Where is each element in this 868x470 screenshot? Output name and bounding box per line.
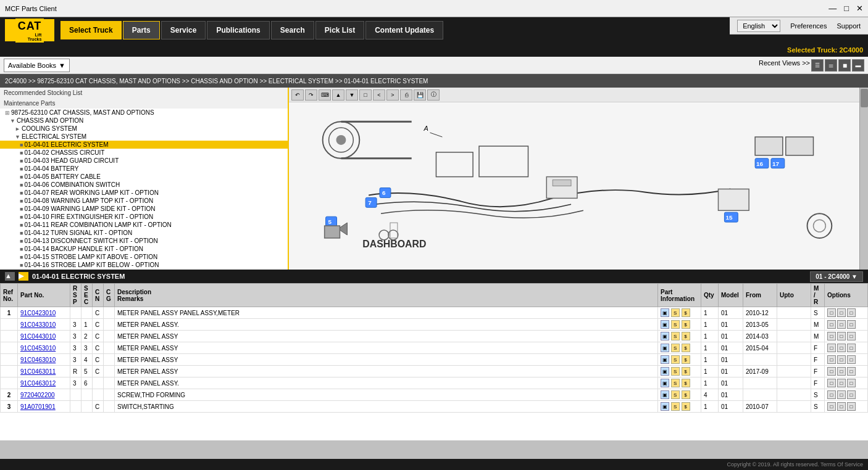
info-icon-dollar[interactable]: $ bbox=[682, 355, 690, 364]
info-icon-blue[interactable]: ▣ bbox=[661, 390, 669, 399]
recommended-stocking-item[interactable]: Recommended Stocking List bbox=[0, 88, 288, 98]
cell-part-no[interactable]: 91A0701901 bbox=[18, 401, 70, 413]
option-cart[interactable]: □ bbox=[837, 390, 846, 399]
tool-move[interactable]: ↷ bbox=[305, 89, 317, 101]
option-comment[interactable]: □ bbox=[827, 390, 836, 399]
info-icon-s[interactable]: S bbox=[671, 379, 680, 387]
option-comment[interactable]: □ bbox=[827, 308, 836, 317]
part-number-link[interactable]: 91C0463012 bbox=[20, 380, 56, 387]
tree-electric-system[interactable]: ■01-04-01 ELECTRIC SYSTEM bbox=[0, 141, 288, 149]
cell-part-no[interactable]: 91C0463010 bbox=[18, 354, 70, 366]
right-scrollbar[interactable] bbox=[859, 88, 868, 270]
tool-pan[interactable]: ⌨ bbox=[319, 89, 331, 101]
cell-part-no[interactable]: 91C0453010 bbox=[18, 342, 70, 354]
option-note[interactable]: □ bbox=[847, 367, 856, 376]
part-number-link[interactable]: 91C0453010 bbox=[20, 345, 56, 352]
option-note[interactable]: □ bbox=[847, 344, 856, 352]
recent-views-link[interactable]: Recent Views >> bbox=[759, 59, 810, 72]
option-cart[interactable]: □ bbox=[837, 367, 846, 376]
tree-root[interactable]: ⊞98725-62310 CAT CHASSIS, MAST AND OPTIO… bbox=[0, 109, 288, 117]
tool-print[interactable]: ⎙ bbox=[400, 89, 412, 101]
part-number-link[interactable]: 91C0423010 bbox=[20, 310, 56, 316]
close-button[interactable]: ✕ bbox=[856, 4, 863, 13]
language-select[interactable]: English French German bbox=[737, 20, 780, 32]
tree-warning-lamp-side[interactable]: ■01-04-09 WARNING LAMP SIDE KIT - OPTION bbox=[0, 205, 288, 213]
info-icon-s[interactable]: S bbox=[671, 320, 680, 329]
tree-head-guard[interactable]: ■01-04-03 HEAD GUARD CIRCUIT bbox=[0, 157, 288, 165]
part-number-link[interactable]: 91C0463010 bbox=[20, 357, 56, 363]
parts-button[interactable]: Parts bbox=[123, 21, 160, 39]
available-books-dropdown[interactable]: Available Books ▼ bbox=[4, 59, 70, 72]
info-icon-blue[interactable]: ▣ bbox=[661, 379, 669, 387]
option-comment[interactable]: □ bbox=[827, 355, 836, 364]
info-icon-dollar[interactable]: $ bbox=[682, 320, 690, 329]
option-note[interactable]: □ bbox=[847, 308, 856, 317]
maintenance-parts-item[interactable]: Maintenance Parts bbox=[0, 98, 288, 109]
content-updates-button[interactable]: Content Updates bbox=[365, 21, 443, 39]
part-number-link[interactable]: 91A0701901 bbox=[20, 403, 56, 410]
cell-part-no[interactable]: 91C0463011 bbox=[18, 366, 70, 377]
pick-list-button[interactable]: Pick List bbox=[315, 21, 364, 39]
tree-battery[interactable]: ■01-04-04 BATTERY bbox=[0, 165, 288, 173]
tree-disconnect-switch[interactable]: ■01-04-13 DISCONNECT SWITCH KIT - OPTION bbox=[0, 237, 288, 245]
option-comment[interactable]: □ bbox=[827, 402, 836, 411]
option-cart[interactable]: □ bbox=[837, 355, 846, 364]
option-comment[interactable]: □ bbox=[827, 332, 836, 340]
list-view-icon[interactable]: ☰ bbox=[811, 59, 824, 72]
preferences-link[interactable]: Preferences bbox=[790, 22, 827, 30]
part-number-link[interactable]: 91C0433010 bbox=[20, 321, 56, 328]
detail-view-icon[interactable]: ▬ bbox=[852, 59, 864, 72]
info-icon-s[interactable]: S bbox=[671, 332, 680, 340]
info-icon-dollar[interactable]: $ bbox=[682, 344, 690, 352]
part-number-link[interactable]: 91C0443010 bbox=[20, 333, 56, 340]
tool-zoom-out[interactable]: ▼ bbox=[346, 89, 358, 101]
info-icon-dollar[interactable]: $ bbox=[682, 332, 690, 340]
info-icon-dollar[interactable]: $ bbox=[682, 402, 690, 411]
tree-warning-lamp-top[interactable]: ■01-04-08 WARNING LAMP TOP KIT - OPTION bbox=[0, 197, 288, 205]
tree-chassis[interactable]: ▼CHASSIS AND OPTION bbox=[0, 117, 288, 125]
info-icon-blue[interactable]: ▣ bbox=[661, 367, 669, 376]
tool-info[interactable]: ⓘ bbox=[427, 89, 440, 101]
option-comment[interactable]: □ bbox=[827, 379, 836, 387]
info-icon-s[interactable]: S bbox=[671, 355, 680, 364]
tree-fire-extinguisher[interactable]: ■01-04-10 FIRE EXTINGUISHER KIT - OPTION bbox=[0, 213, 288, 221]
tree-combination-switch[interactable]: ■01-04-06 COMBINATION SWITCH bbox=[0, 181, 288, 189]
cell-part-no[interactable]: 9720402200 bbox=[18, 389, 70, 401]
tool-save[interactable]: 💾 bbox=[414, 89, 426, 101]
cell-part-no[interactable]: 91C0443010 bbox=[18, 331, 70, 342]
option-note[interactable]: □ bbox=[847, 320, 856, 329]
option-note[interactable]: □ bbox=[847, 390, 856, 399]
info-icon-blue[interactable]: ▣ bbox=[661, 355, 669, 364]
tree-backup-handle[interactable]: ■01-04-14 BACKUP HANDLE KIT - OPTION bbox=[0, 245, 288, 253]
option-note[interactable]: □ bbox=[847, 355, 856, 364]
tool-zoom-in[interactable]: ▲ bbox=[332, 89, 344, 101]
part-number-link[interactable]: 9720402200 bbox=[20, 392, 55, 398]
support-link[interactable]: Support bbox=[837, 22, 861, 30]
info-icon-s[interactable]: S bbox=[671, 308, 680, 317]
info-icon-s[interactable]: S bbox=[671, 367, 680, 376]
minimize-button[interactable]: — bbox=[828, 4, 837, 13]
info-icon-s[interactable]: S bbox=[671, 402, 680, 411]
tree-chassis-circuit[interactable]: ■01-04-02 CHASSIS CIRCUIT bbox=[0, 149, 288, 157]
grid-view-icon[interactable]: ⚌ bbox=[825, 59, 837, 72]
tree-rear-working-lamp[interactable]: ■01-04-07 REAR WORKING LAMP KIT - OPTION bbox=[0, 189, 288, 197]
option-cart[interactable]: □ bbox=[837, 332, 846, 340]
info-icon-s[interactable]: S bbox=[671, 390, 680, 399]
maximize-button[interactable]: □ bbox=[844, 4, 849, 13]
cell-part-no[interactable]: 91C0463012 bbox=[18, 377, 70, 389]
tool-arrow[interactable]: ↶ bbox=[291, 89, 304, 101]
option-comment[interactable]: □ bbox=[827, 320, 836, 329]
expand-icon[interactable]: ▶ bbox=[19, 272, 28, 281]
tree-battery-cable[interactable]: ■01-04-05 BATTERY CABLE bbox=[0, 173, 288, 181]
select-truck-button[interactable]: Select Truck bbox=[61, 21, 122, 39]
tree-telem-eng[interactable]: ■01-04-17 KIT,M12 TELEM ENG - OPTION bbox=[0, 269, 288, 270]
option-cart[interactable]: □ bbox=[837, 379, 846, 387]
tool-prev[interactable]: < bbox=[373, 89, 385, 101]
info-icon-blue[interactable]: ▣ bbox=[661, 402, 669, 411]
option-comment[interactable]: □ bbox=[827, 367, 836, 376]
info-icon-dollar[interactable]: $ bbox=[682, 390, 690, 399]
info-icon-dollar[interactable]: $ bbox=[682, 308, 690, 317]
info-icon-s[interactable]: S bbox=[671, 344, 680, 352]
tree-strobe-above[interactable]: ■01-04-15 STROBE LAMP KIT ABOVE - OPTION bbox=[0, 253, 288, 261]
info-icon-blue[interactable]: ▣ bbox=[661, 344, 669, 352]
